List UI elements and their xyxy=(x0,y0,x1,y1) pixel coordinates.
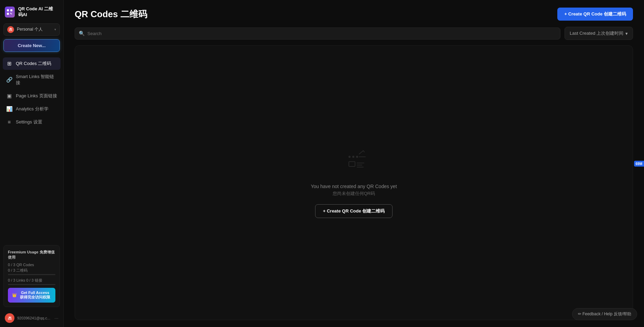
crown-icon: 👑 xyxy=(12,293,17,297)
freemium-usage-box: Freemium Usage 免费增值使用 0 / 3 QR Codes 0 /… xyxy=(3,245,60,307)
sidebar: QR Code AI 二维 码AI 杰 Personal 个人 ▾ Create… xyxy=(0,0,64,327)
svg-point-7 xyxy=(348,156,351,158)
app-logo-icon xyxy=(5,7,15,18)
svg-rect-13 xyxy=(349,162,355,166)
search-icon: 🔍 xyxy=(79,31,85,36)
main-content: QR Codes 二维码 + Create QR Code 创建二维码 🔍 La… xyxy=(64,0,644,327)
empty-state-main-text: You have not created any QR Codes yet xyxy=(311,184,397,189)
qr-progress-bar xyxy=(8,274,55,275)
search-input[interactable] xyxy=(75,28,560,40)
user-email: 920396241@qq.c... xyxy=(17,316,52,320)
user-profile-row: 杰 920396241@qq.c... ··· xyxy=(3,310,60,323)
sidebar-item-label-analytics: Analytics 分析学 xyxy=(16,106,49,112)
search-wrap: 🔍 xyxy=(75,28,560,40)
get-full-access-label: Get Full Access 获得完全访问权限 xyxy=(19,291,51,300)
sort-chevron-icon: ▾ xyxy=(625,31,628,36)
svg-rect-5 xyxy=(10,14,11,15)
sort-dropdown[interactable]: Last Created 上次创建时间 ▾ xyxy=(565,27,633,40)
svg-rect-4 xyxy=(12,13,12,13)
create-qr-code-button-empty[interactable]: + Create QR Code 创建二维码 xyxy=(315,204,393,218)
sidebar-item-label-qr-codes: QR Codes 二维码 xyxy=(16,61,51,67)
user-avatar: 杰 xyxy=(5,313,14,323)
chevron-down-icon: ▾ xyxy=(54,28,56,31)
create-qr-code-button-header[interactable]: + Create QR Code 创建二维码 xyxy=(557,8,633,21)
workspace-avatar: 杰 xyxy=(7,26,14,33)
sidebar-item-page-links[interactable]: ▣ Page Links 页面链接 xyxy=(3,90,61,102)
qr-codes-content-area: You have not created any QR Codes yet 您尚… xyxy=(75,45,633,320)
app-name: QR Code AI 二维 码AI xyxy=(18,6,58,18)
analytics-icon: 📊 xyxy=(6,106,12,112)
sidebar-item-smart-links[interactable]: 🔗 Smart Links 智能链接 xyxy=(3,70,61,89)
sidebar-item-analytics[interactable]: 📊 Analytics 分析学 xyxy=(3,103,61,115)
personal-workspace-selector[interactable]: 杰 Personal 个人 ▾ xyxy=(3,23,60,36)
get-full-access-button[interactable]: 👑 Get Full Access 获得完全访问权限 xyxy=(8,288,55,303)
empty-state-icon xyxy=(339,148,369,177)
svg-line-11 xyxy=(363,151,364,152)
settings-icon: ≡ xyxy=(6,119,12,125)
svg-rect-3 xyxy=(10,13,11,14)
sidebar-item-label-page-links: Page Links 页面链接 xyxy=(16,93,57,99)
sidebar-nav: ⊞ QR Codes 二维码 🔗 Smart Links 智能链接 ▣ Page… xyxy=(0,57,63,128)
svg-rect-1 xyxy=(10,9,12,11)
sidebar-bottom: Freemium Usage 免费增值使用 0 / 3 QR Codes 0 /… xyxy=(0,241,63,327)
usage-qr-zh-label: 0 / 3 二维码 xyxy=(8,268,55,273)
main-header: QR Codes 二维码 + Create QR Code 创建二维码 xyxy=(64,0,644,27)
empty-state-sub-text: 您尚未创建任何QR码 xyxy=(333,190,375,197)
user-badge: 69M xyxy=(634,161,644,166)
feedback-help-button[interactable]: ✏ Feedback / Help 反馈/帮助 xyxy=(572,308,637,320)
user-more-button[interactable]: ··· xyxy=(54,315,58,321)
page-links-icon: ▣ xyxy=(6,93,12,99)
search-row: 🔍 Last Created 上次创建时间 ▾ xyxy=(64,27,644,45)
svg-rect-6 xyxy=(11,14,12,14)
smart-links-icon: 🔗 xyxy=(6,77,12,83)
page-title: QR Codes 二维码 xyxy=(75,8,147,20)
workspace-label: Personal 个人 xyxy=(17,26,52,32)
sidebar-item-label-settings: Settings 设置 xyxy=(16,119,42,125)
svg-rect-0 xyxy=(7,9,9,11)
svg-point-8 xyxy=(352,156,354,158)
svg-point-9 xyxy=(356,156,358,158)
sidebar-item-settings[interactable]: ≡ Settings 设置 xyxy=(3,116,61,128)
freemium-title: Freemium Usage 免费增值使用 xyxy=(8,250,55,260)
sidebar-item-qr-codes[interactable]: ⊞ QR Codes 二维码 xyxy=(3,57,61,70)
svg-rect-2 xyxy=(7,13,9,15)
create-new-button[interactable]: Create New... xyxy=(3,39,60,52)
links-progress-bar xyxy=(8,284,55,285)
usage-links-label: 0 / 3 Links 0 / 3 链接 xyxy=(8,278,55,283)
svg-line-10 xyxy=(359,151,363,154)
sidebar-logo: QR Code AI 二维 码AI xyxy=(0,0,63,22)
qr-codes-icon: ⊞ xyxy=(6,61,12,67)
sort-label: Last Created 上次创建时间 xyxy=(570,30,623,36)
sidebar-item-label-smart-links: Smart Links 智能链接 xyxy=(16,74,57,86)
usage-qr-label: 0 / 3 QR Codes xyxy=(8,263,55,267)
